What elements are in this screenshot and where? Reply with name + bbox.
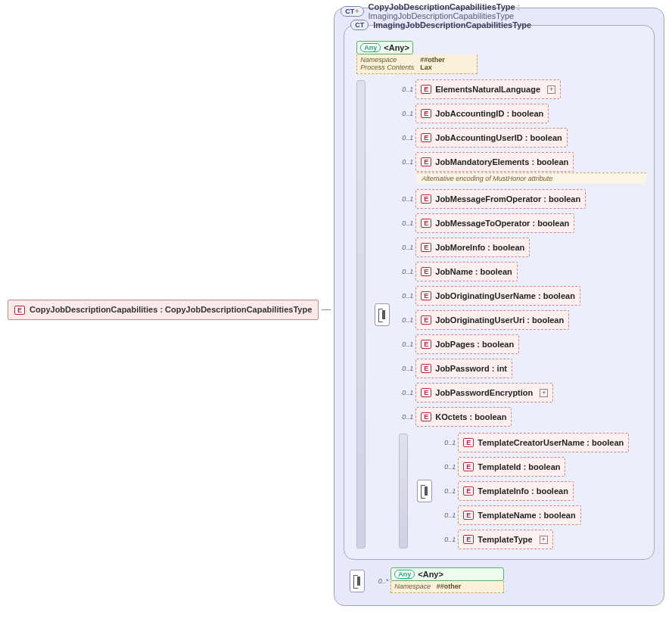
any-tag-icon: Any xyxy=(360,43,381,52)
element-job-accounting-user-id[interactable]: EJobAccountingUserID : boolean xyxy=(415,128,567,148)
expand-icon[interactable]: + xyxy=(547,85,555,94)
inner-complex-type: CT ImagingJobDescriptionCapabilitiesType… xyxy=(344,25,655,560)
any-meta: Namespace ##other xyxy=(390,581,504,593)
element-template-type[interactable]: ETemplateType+ xyxy=(458,530,552,549)
element-job-originating-user-name[interactable]: EJobOriginatingUserName : boolean xyxy=(415,286,580,306)
element-template-info[interactable]: ETemplateInfo : boolean xyxy=(458,481,574,501)
root-element[interactable]: E CopyJobDescriptionCapabilities : CopyJ… xyxy=(8,300,319,320)
element-job-more-info[interactable]: EJobMoreInfo : boolean xyxy=(415,238,530,257)
element-note: Alternative encoding of MustHonor attrib… xyxy=(417,172,646,184)
element-job-password-encryption[interactable]: EJobPasswordEncryption+ xyxy=(415,383,553,402)
any-wildcard[interactable]: Any <Any> xyxy=(356,41,413,54)
ct-icon: CT xyxy=(350,20,369,30)
outer-complex-type: CT CopyJobDescriptionCapabilitiesType : … xyxy=(334,8,664,606)
sequence-compositor-icon[interactable] xyxy=(417,480,432,502)
element-job-message-to-operator[interactable]: EJobMessageToOperator : boolean xyxy=(415,213,574,233)
element-job-message-from-operator[interactable]: EJobMessageFromOperator : boolean xyxy=(415,189,586,209)
element-koctets[interactable]: EKOctets : boolean xyxy=(415,407,512,427)
any-tag-icon: Any xyxy=(394,570,415,579)
root-element-label: CopyJobDescriptionCapabilities : CopyJob… xyxy=(30,305,312,315)
any-meta-vals: ##other Lax xyxy=(420,56,445,71)
element-job-name[interactable]: EJobName : boolean xyxy=(415,262,517,281)
connector-line xyxy=(322,309,331,310)
outer-ct-title: CopyJobDescriptionCapabilitiesType xyxy=(369,2,515,11)
inner-ct-title: ImagingJobDescriptionCapabilitiesType xyxy=(373,20,531,30)
expand-icon[interactable]: + xyxy=(540,389,548,397)
sequence-spine xyxy=(399,434,408,549)
element-template-name[interactable]: ETemplateName : boolean xyxy=(458,505,580,525)
element-template-creator-user-name[interactable]: ETemplateCreatorUserName : boolean xyxy=(458,433,629,452)
element-job-accounting-id[interactable]: EJobAccountingID : boolean xyxy=(415,104,549,123)
any-wildcard[interactable]: Any <Any> xyxy=(390,567,504,581)
element-job-originating-user-uri[interactable]: EJobOriginatingUserUri : boolean xyxy=(415,310,569,330)
element-tag-icon: E xyxy=(14,306,25,315)
any-label: <Any> xyxy=(384,43,409,52)
sequence-compositor-icon[interactable] xyxy=(350,570,365,592)
element-template-id[interactable]: ETemplateId : boolean xyxy=(458,457,565,477)
sequence-compositor-icon[interactable] xyxy=(375,303,390,326)
expand-icon[interactable]: + xyxy=(540,536,548,544)
sequence-spine xyxy=(356,80,366,549)
occurrence: 0..* xyxy=(372,577,388,585)
element-job-pages[interactable]: EJobPages : boolean xyxy=(415,334,519,354)
element-job-password[interactable]: EJobPassword : int xyxy=(415,359,512,378)
element-elements-natural-language[interactable]: EElementsNaturalLanguage+ xyxy=(415,79,561,99)
occurrence: 0..1 xyxy=(397,85,413,93)
any-meta-keys: Namespace Process Contents xyxy=(360,56,414,71)
any-meta: Namespace Process Contents ##other Lax xyxy=(356,54,478,74)
element-job-mandatory-elements[interactable]: EJobMandatoryElements : boolean xyxy=(415,152,574,172)
any-label: <Any> xyxy=(418,570,443,579)
ct-extension-icon: CT xyxy=(341,6,363,17)
